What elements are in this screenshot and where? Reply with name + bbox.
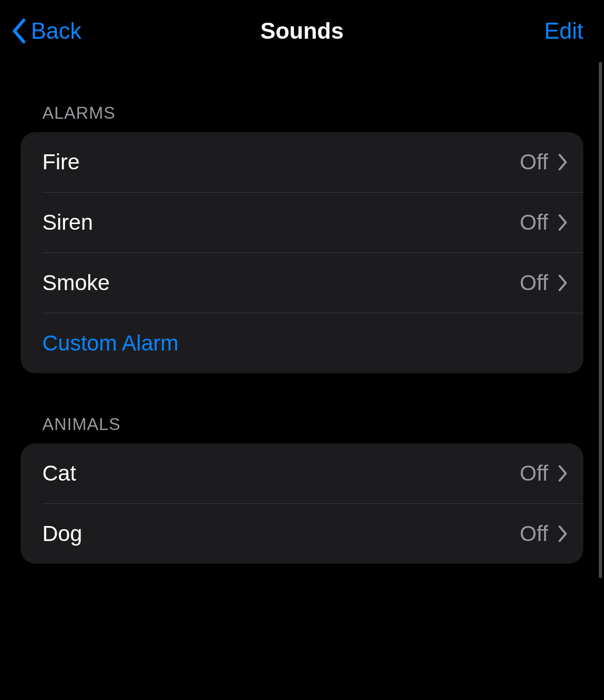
section-header-animals: ANIMALS [21,415,583,443]
chevron-left-icon [11,18,27,44]
row-right: Off [520,150,568,174]
section-group-animals: Cat Off Dog Off [21,443,583,564]
chevron-right-icon [558,274,568,292]
row-value: Off [520,521,548,546]
chevron-right-icon [558,214,568,231]
back-button[interactable]: Back [11,18,82,44]
chevron-right-icon [558,153,568,171]
row-label: Smoke [42,271,110,295]
row-label: Dog [42,521,82,546]
row-value: Off [520,461,548,486]
section-group-alarms: Fire Off Siren Off [21,132,583,373]
row-label: Fire [42,150,80,174]
row-value: Off [520,210,548,235]
row-siren[interactable]: Siren Off [21,193,583,252]
chevron-right-icon [558,465,568,482]
row-custom-alarm[interactable]: Custom Alarm [21,313,583,373]
back-label: Back [31,18,82,44]
page-title: Sounds [260,18,343,44]
row-smoke[interactable]: Smoke Off [21,253,583,313]
nav-bar: Back Sounds Edit [0,0,604,62]
row-fire[interactable]: Fire Off [21,132,583,192]
row-right: Off [520,210,568,235]
row-right: Off [520,521,568,546]
content: ALARMS Fire Off Siren Off [0,62,604,564]
row-value: Off [520,271,548,295]
row-dog[interactable]: Dog Off [21,504,583,564]
row-right: Off [520,461,568,486]
row-link-label: Custom Alarm [42,331,179,356]
row-right: Off [520,271,568,295]
row-label: Cat [42,461,76,486]
row-label: Siren [42,210,93,235]
scrollbar[interactable] [599,62,602,578]
chevron-right-icon [558,525,568,543]
section-header-alarms: ALARMS [21,103,583,132]
edit-button[interactable]: Edit [544,18,583,44]
row-value: Off [520,150,548,174]
row-cat[interactable]: Cat Off [21,443,583,503]
